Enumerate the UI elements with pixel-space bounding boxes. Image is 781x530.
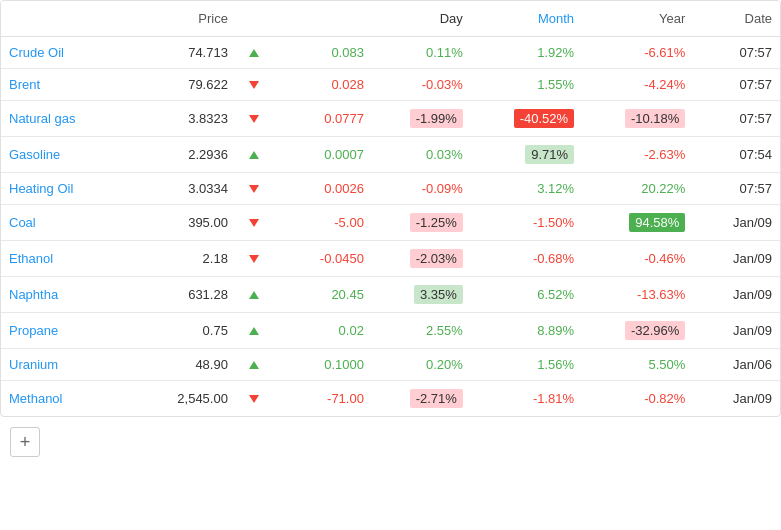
commodity-year: -4.24%: [582, 69, 693, 101]
table-row: Ethanol 2.18 -0.0450 -2.03% -0.68% -0.46…: [1, 241, 780, 277]
table-row: Heating Oil 3.0334 0.0026 -0.09% 3.12% 2…: [1, 173, 780, 205]
commodity-day: -2.03%: [372, 241, 471, 277]
commodity-name[interactable]: Propane: [1, 313, 137, 349]
commodity-change: 0.028: [273, 69, 372, 101]
commodity-date: Jan/09: [693, 277, 780, 313]
commodity-name[interactable]: Heating Oil: [1, 173, 137, 205]
commodity-day: -0.09%: [372, 173, 471, 205]
commodity-arrow: [236, 69, 273, 101]
commodity-price: 631.28: [137, 277, 236, 313]
commodity-day: 2.55%: [372, 313, 471, 349]
commodity-month: 8.89%: [471, 313, 582, 349]
col-header-price: Price: [137, 1, 236, 37]
change-value: -5.00: [334, 215, 364, 230]
change-value: 0.0777: [324, 111, 364, 126]
commodity-month: -40.52%: [471, 101, 582, 137]
commodity-day: -1.25%: [372, 205, 471, 241]
arrow-down-icon: [249, 185, 259, 193]
commodity-change: 0.1000: [273, 349, 372, 381]
commodity-price: 2.18: [137, 241, 236, 277]
table-row: Naphtha 631.28 20.45 3.35% 6.52% -13.63%…: [1, 277, 780, 313]
arrow-up-icon: [249, 49, 259, 57]
commodity-year: -6.61%: [582, 37, 693, 69]
commodity-price: 2.2936: [137, 137, 236, 173]
commodity-arrow: [236, 381, 273, 417]
col-header-month: Month: [471, 1, 582, 37]
commodity-arrow: [236, 37, 273, 69]
table-row: Natural gas 3.8323 0.0777 -1.99% -40.52%…: [1, 101, 780, 137]
commodity-day: 0.20%: [372, 349, 471, 381]
commodity-name[interactable]: Ethanol: [1, 241, 137, 277]
commodity-year: -32.96%: [582, 313, 693, 349]
commodity-change: 20.45: [273, 277, 372, 313]
add-row-button[interactable]: +: [10, 427, 40, 457]
change-value: 0.083: [331, 45, 364, 60]
commodity-name[interactable]: Gasoline: [1, 137, 137, 173]
table-row: Uranium 48.90 0.1000 0.20% 1.56% 5.50% J…: [1, 349, 780, 381]
commodity-name[interactable]: Crude Oil: [1, 37, 137, 69]
commodity-date: Jan/09: [693, 313, 780, 349]
commodity-year: 94.58%: [582, 205, 693, 241]
change-value: -0.0450: [320, 251, 364, 266]
commodity-name[interactable]: Coal: [1, 205, 137, 241]
commodities-table: Price Day Month Year Date Crude Oil 74.7…: [1, 1, 780, 416]
commodity-year: -0.82%: [582, 381, 693, 417]
col-header-arrow: [236, 1, 273, 37]
commodity-date: 07:57: [693, 101, 780, 137]
commodity-month: -0.68%: [471, 241, 582, 277]
commodity-arrow: [236, 277, 273, 313]
commodity-price: 395.00: [137, 205, 236, 241]
commodity-change: 0.083: [273, 37, 372, 69]
commodity-day: -1.99%: [372, 101, 471, 137]
col-header-day: Day: [372, 1, 471, 37]
commodity-change: 0.0777: [273, 101, 372, 137]
table-row: Coal 395.00 -5.00 -1.25% -1.50% 94.58% J…: [1, 205, 780, 241]
commodities-table-container: Price Day Month Year Date Crude Oil 74.7…: [0, 0, 781, 417]
commodity-year: -10.18%: [582, 101, 693, 137]
commodity-arrow: [236, 101, 273, 137]
change-value: 0.02: [339, 323, 364, 338]
table-header-row: Price Day Month Year Date: [1, 1, 780, 37]
col-header-year: Year: [582, 1, 693, 37]
commodity-name[interactable]: Uranium: [1, 349, 137, 381]
commodity-name[interactable]: Methanol: [1, 381, 137, 417]
commodity-arrow: [236, 241, 273, 277]
commodity-day: -2.71%: [372, 381, 471, 417]
commodity-year: 20.22%: [582, 173, 693, 205]
commodity-month: 3.12%: [471, 173, 582, 205]
change-value: 0.0026: [324, 181, 364, 196]
table-row: Brent 79.622 0.028 -0.03% 1.55% -4.24% 0…: [1, 69, 780, 101]
commodity-arrow: [236, 349, 273, 381]
commodity-change: 0.0026: [273, 173, 372, 205]
commodity-name[interactable]: Natural gas: [1, 101, 137, 137]
commodity-arrow: [236, 313, 273, 349]
commodity-month: 1.55%: [471, 69, 582, 101]
commodity-price: 48.90: [137, 349, 236, 381]
commodity-date: Jan/06: [693, 349, 780, 381]
commodity-change: -71.00: [273, 381, 372, 417]
commodity-year: -0.46%: [582, 241, 693, 277]
commodity-date: Jan/09: [693, 381, 780, 417]
commodity-arrow: [236, 173, 273, 205]
change-value: 0.1000: [324, 357, 364, 372]
arrow-down-icon: [249, 115, 259, 123]
commodity-month: 9.71%: [471, 137, 582, 173]
commodity-year: -13.63%: [582, 277, 693, 313]
commodity-date: Jan/09: [693, 205, 780, 241]
commodity-date: 07:57: [693, 173, 780, 205]
commodity-change: 0.0007: [273, 137, 372, 173]
commodity-day: 3.35%: [372, 277, 471, 313]
commodity-month: -1.81%: [471, 381, 582, 417]
table-row: Methanol 2,545.00 -71.00 -2.71% -1.81% -…: [1, 381, 780, 417]
arrow-down-icon: [249, 395, 259, 403]
commodity-day: 0.03%: [372, 137, 471, 173]
commodity-price: 3.0334: [137, 173, 236, 205]
col-header-date: Date: [693, 1, 780, 37]
commodity-price: 2,545.00: [137, 381, 236, 417]
commodity-name[interactable]: Brent: [1, 69, 137, 101]
commodity-name[interactable]: Naphtha: [1, 277, 137, 313]
arrow-down-icon: [249, 255, 259, 263]
commodity-price: 79.622: [137, 69, 236, 101]
change-value: 0.0007: [324, 147, 364, 162]
arrow-down-icon: [249, 81, 259, 89]
